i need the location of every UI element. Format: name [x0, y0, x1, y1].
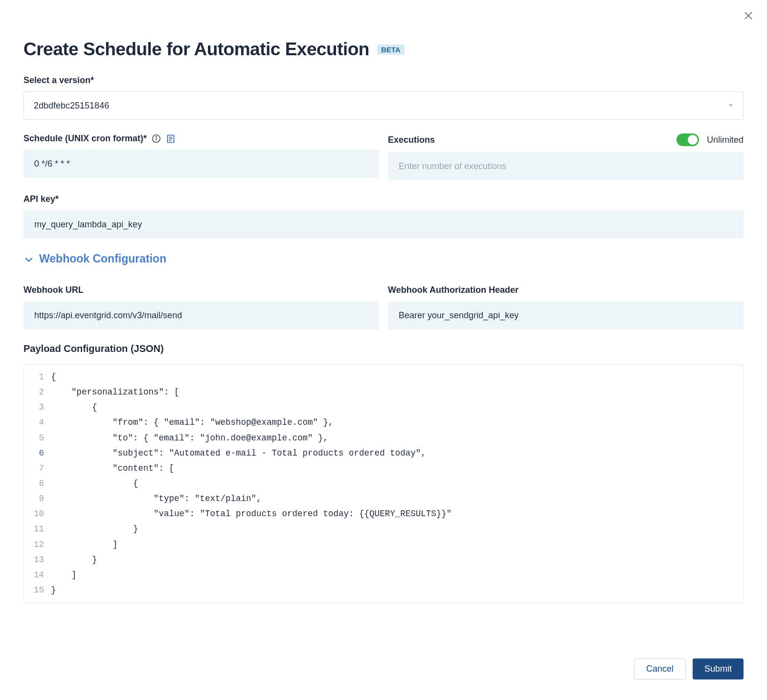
unlimited-toggle[interactable] — [677, 133, 699, 146]
cancel-button[interactable]: Cancel — [634, 658, 686, 679]
line-gutter: 1 2 3 4 5 6 7 8 9 10 11 12 13 14 15 — [24, 370, 51, 598]
schedule-label: Schedule (UNIX cron format)* — [23, 133, 147, 144]
payload-label: Payload Configuration (JSON) — [23, 343, 744, 354]
toggle-knob — [688, 135, 698, 145]
chevron-down-icon — [728, 104, 733, 107]
webhook-url-label: Webhook URL — [23, 285, 379, 295]
apikey-input[interactable] — [23, 210, 744, 239]
svg-point-4 — [156, 136, 157, 137]
schedule-input[interactable] — [23, 150, 379, 178]
beta-badge: BETA — [377, 44, 405, 55]
webhook-section-label: Webhook Configuration — [39, 252, 166, 265]
apikey-label: API key* — [23, 194, 744, 204]
version-value: 2dbdfebc25151846 — [34, 101, 109, 111]
payload-editor[interactable]: 1 2 3 4 5 6 7 8 9 10 11 12 13 14 15 { "p… — [23, 364, 744, 603]
webhook-auth-input[interactable] — [388, 301, 744, 329]
executions-input[interactable] — [388, 152, 744, 180]
webhook-auth-label: Webhook Authorization Header — [388, 285, 744, 295]
info-icon[interactable] — [152, 134, 161, 143]
code-content[interactable]: { "personalizations": [ { "from": { "ema… — [51, 370, 743, 598]
submit-button[interactable]: Submit — [693, 658, 744, 679]
executions-label: Executions — [388, 135, 435, 145]
close-icon[interactable] — [744, 11, 753, 23]
document-icon[interactable] — [166, 134, 176, 144]
webhook-section-toggle[interactable]: Webhook Configuration — [23, 252, 744, 265]
unlimited-label: Unlimited — [707, 135, 744, 145]
webhook-url-input[interactable] — [23, 301, 379, 329]
version-select[interactable]: 2dbdfebc25151846 — [23, 91, 744, 120]
version-label: Select a version* — [23, 75, 744, 86]
page-title: Create Schedule for Automatic Execution — [23, 39, 369, 60]
